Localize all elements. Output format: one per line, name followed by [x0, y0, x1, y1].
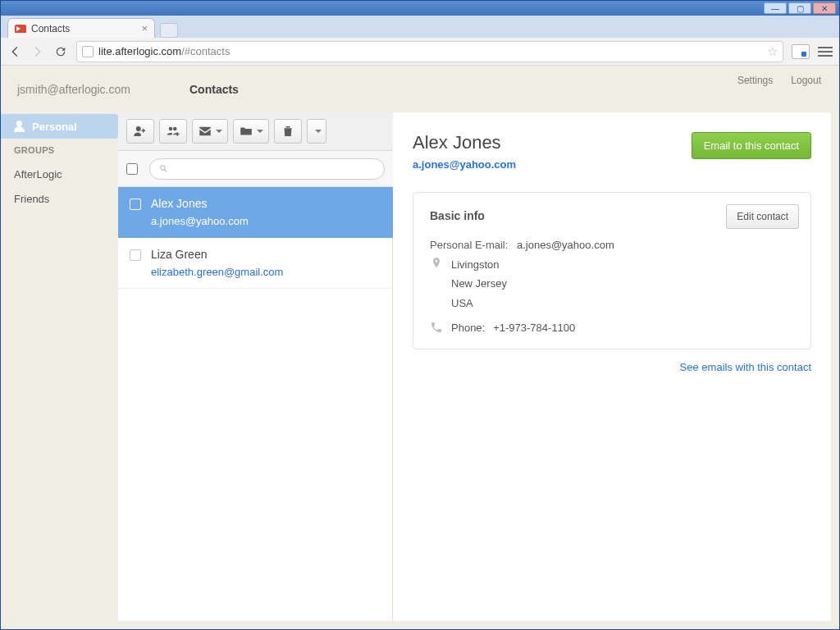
contact-toolbar: [118, 112, 393, 151]
contact-name: Liza Green: [151, 248, 283, 261]
contact-email: a.jones@yahoo.com: [151, 215, 249, 227]
phone-block: Phone: +1-973-784-1100: [430, 321, 794, 334]
phone-label: Phone:: [451, 322, 485, 334]
location-block: Livingston New Jersey USA: [430, 257, 794, 312]
contact-list: Alex Jones a.jones@yahoo.com Liza Green …: [118, 187, 393, 621]
sidebar-item-label: Friends: [14, 193, 49, 205]
address-bar[interactable]: lite.afterlogic.com/#contacts ☆: [76, 41, 783, 62]
search-icon: [158, 163, 169, 174]
sidebar-item-personal[interactable]: Personal: [1, 114, 118, 139]
row-checkbox[interactable]: [130, 199, 141, 210]
chevron-down-icon: [216, 130, 222, 133]
personal-email-label: Personal E-mail:: [430, 237, 509, 253]
url-host: lite.afterlogic.com: [98, 45, 181, 57]
row-checkbox[interactable]: [130, 249, 141, 261]
contact-list-column: Alex Jones a.jones@yahoo.com Liza Green …: [118, 112, 393, 621]
sidebar-groups-heading: GROUPS: [1, 139, 118, 162]
see-emails-link[interactable]: See emails with this contact: [413, 361, 811, 373]
phone-icon: [430, 321, 443, 334]
browser-tab[interactable]: Contacts ×: [7, 18, 155, 38]
sidebar-item-group[interactable]: Friends: [1, 186, 118, 211]
page-icon: [82, 46, 94, 57]
sidebar-item-group[interactable]: AfterLogic: [1, 162, 118, 186]
window-maximize-button[interactable]: ▢: [788, 2, 811, 14]
chevron-down-icon: [315, 130, 322, 133]
folder-button[interactable]: [233, 119, 269, 144]
reload-button[interactable]: [53, 44, 68, 59]
app-header: jsmith@afterlogic.com Contacts: [1, 66, 839, 112]
back-button[interactable]: [7, 44, 22, 59]
detail-header: Alex Jones a.jones@yahoo.com Email to th…: [413, 132, 811, 171]
sidebar: Personal GROUPS AfterLogic Friends: [1, 112, 118, 621]
basic-info-card: Basic info Edit contact Personal E-mail:…: [413, 192, 811, 349]
location-city: Livingston: [451, 257, 507, 273]
window-close-button[interactable]: ✕: [813, 2, 836, 14]
bookmark-star-icon[interactable]: ☆: [767, 44, 778, 59]
search-row: [118, 151, 393, 187]
send-mail-button[interactable]: [192, 119, 228, 144]
tab-close-icon[interactable]: ×: [141, 22, 148, 34]
forward-button[interactable]: [30, 44, 45, 59]
location-country: USA: [451, 295, 507, 312]
personal-email-row: Personal E-mail: a.jones@yahoo.com: [430, 237, 794, 253]
current-user-email: jsmith@afterlogic.com: [17, 83, 189, 96]
detail-name: Alex Jones: [413, 132, 692, 153]
extension-icon[interactable]: [792, 44, 810, 59]
phone-value: +1-973-784-1100: [493, 322, 575, 334]
window-minimize-button[interactable]: —: [764, 2, 787, 14]
url-path: /#contacts: [181, 45, 230, 57]
app-area: Settings Logout jsmith@afterlogic.com Co…: [1, 66, 839, 629]
contact-row[interactable]: Liza Green elizabeth.green@gmail.com: [118, 238, 393, 289]
edit-contact-button[interactable]: Edit contact: [726, 204, 799, 229]
email-contact-button[interactable]: Email to this contact: [692, 132, 811, 159]
settings-link[interactable]: Settings: [737, 75, 773, 86]
person-icon: [14, 121, 25, 132]
browser-tabstrip: Contacts ×: [1, 16, 839, 38]
location-icon: [430, 257, 443, 270]
sidebar-item-label: Personal: [32, 121, 77, 133]
mail-icon: [15, 25, 26, 33]
detail-email[interactable]: a.jones@yahoo.com: [413, 158, 692, 171]
add-contact-button[interactable]: [126, 119, 154, 144]
browser-window: — ▢ ✕ Contacts × lite.afterlogic.com/#co…: [0, 0, 840, 630]
delete-button[interactable]: [274, 119, 302, 144]
window-titlebar: — ▢ ✕: [1, 1, 839, 16]
main-columns: Personal GROUPS AfterLogic Friends: [1, 112, 839, 629]
location-state: New Jersey: [451, 276, 507, 292]
logout-link[interactable]: Logout: [791, 75, 821, 86]
contact-email: elizabeth.green@gmail.com: [151, 266, 283, 278]
contact-name: Alex Jones: [151, 197, 249, 210]
add-group-button[interactable]: [159, 119, 187, 144]
select-all-checkbox[interactable]: [126, 163, 138, 175]
new-tab-button[interactable]: [160, 23, 178, 38]
sidebar-item-label: AfterLogic: [14, 168, 62, 180]
contact-row[interactable]: Alex Jones a.jones@yahoo.com: [118, 187, 393, 238]
search-field[interactable]: [174, 162, 376, 175]
top-links: Settings Logout: [737, 75, 821, 86]
browser-menu-button[interactable]: [818, 47, 833, 57]
browser-toolbar: lite.afterlogic.com/#contacts ☆: [1, 38, 839, 66]
page-title: Contacts: [189, 83, 239, 96]
search-input[interactable]: [149, 158, 385, 180]
chevron-down-icon: [257, 130, 263, 133]
contact-detail-column: Alex Jones a.jones@yahoo.com Email to th…: [393, 112, 831, 621]
browser-tab-title: Contacts: [31, 23, 70, 34]
personal-email-value: a.jones@yahoo.com: [517, 237, 614, 253]
more-button[interactable]: [307, 119, 326, 144]
